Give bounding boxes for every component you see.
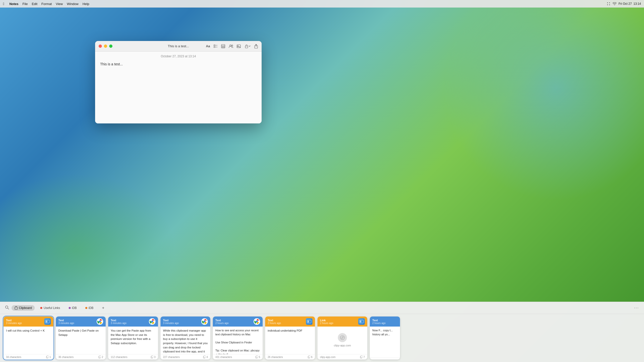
control-center-icon[interactable] xyxy=(607,2,611,6)
svg-point-14 xyxy=(232,45,233,46)
menubar-right: Fri Oct 27 13:14 xyxy=(607,2,641,6)
clip-card-1-copy-count: 1 xyxy=(49,356,51,358)
clip-card-2-meta: Text 3 minutes ago xyxy=(58,319,74,325)
tab-idb-1[interactable]: iDB xyxy=(66,305,80,311)
add-tab-icon: + xyxy=(102,306,104,310)
clip-card-6-footer: 26 characters 6 xyxy=(265,354,315,359)
tab-clipboard[interactable]: Clipboard xyxy=(12,305,35,311)
clip-card-3-meta: Text 3 minutes ago xyxy=(111,319,127,325)
share-collaborators-icon[interactable] xyxy=(229,44,233,48)
format-text-icon[interactable]: Aa xyxy=(206,44,210,48)
clipboard-cards-container: Text 3 minutes ago I will cut this using… xyxy=(0,314,644,362)
checklist-icon[interactable] xyxy=(214,44,218,48)
svg-rect-21 xyxy=(15,307,17,309)
clip-card-1-content: I will cut this using Control + K xyxy=(6,329,45,332)
window-title: This is a test... xyxy=(168,44,189,48)
lock-icon[interactable] xyxy=(245,44,251,48)
clip-card-6-copies: 6 xyxy=(308,355,312,358)
clip-card-1-time: 3 minutes ago xyxy=(6,322,22,325)
svg-point-19 xyxy=(6,306,8,308)
clip-card-4-body: While this clipboard manager app is free… xyxy=(160,327,210,354)
clip-card-4-time: 3 minutes ago xyxy=(163,322,179,325)
clip-card-7[interactable]: Link 2 hours ago clipy-app.com clipy-app… xyxy=(317,316,367,359)
svg-point-1 xyxy=(609,3,610,3)
clip-card-2-body: Download Paste | Get Paste on Setapp xyxy=(56,327,106,354)
menubar-edit[interactable]: Edit xyxy=(32,2,37,6)
clip-card-7-url: clipy-app.com xyxy=(334,344,351,348)
add-tab-button[interactable]: + xyxy=(99,305,107,311)
notes-window: This is a test... Aa xyxy=(95,41,262,123)
clip-card-7-meta: Link 2 hours ago xyxy=(320,319,333,325)
menubar-wifi xyxy=(613,2,617,5)
clip-card-4-footer: 227 characters 4 xyxy=(160,354,210,359)
copies-icon-3 xyxy=(151,355,153,358)
clip-card-4[interactable]: Text 3 minutes ago While this clipboard … xyxy=(160,316,210,359)
svg-rect-47 xyxy=(360,321,361,323)
clip-card-1-footer: 34 characters 1 xyxy=(4,354,53,359)
clip-card-2[interactable]: Text 3 minutes ago Download Paste | Get … xyxy=(56,316,106,359)
clip-card-3-body: You can get the Paste app from the Mac A… xyxy=(108,327,158,354)
apple-menu[interactable]:  xyxy=(3,2,4,6)
menubar-help[interactable]: Help xyxy=(83,2,89,6)
tab-idb-2[interactable]: iDB xyxy=(82,305,96,311)
copies-icon-2 xyxy=(98,355,101,358)
clip-card-6[interactable]: Text 2 hours ago individual-undertaking … xyxy=(265,316,315,359)
copies-icon-5 xyxy=(255,355,258,358)
clip-card-3[interactable]: Text 3 minutes ago You can get the Paste… xyxy=(108,316,158,359)
clip-card-2-copy-count: 2 xyxy=(102,356,103,358)
tab-idb1-label: iDB xyxy=(72,306,77,310)
window-minimize-button[interactable] xyxy=(104,44,107,48)
clip-card-6-app-icon xyxy=(306,318,312,325)
menubar-view[interactable]: View xyxy=(56,2,63,6)
clip-card-4-meta: Text 3 minutes ago xyxy=(163,319,179,325)
clipboard-more-button[interactable]: ··· xyxy=(634,306,639,310)
table-icon[interactable] xyxy=(221,44,225,48)
tab-useful-links[interactable]: Useful Links xyxy=(37,305,63,311)
clip-card-3-header: Text 3 minutes ago xyxy=(108,316,158,327)
svg-rect-25 xyxy=(47,356,49,358)
svg-rect-17 xyxy=(245,46,248,48)
window-content[interactable]: October 27, 2023 at 13:14 This is a test… xyxy=(95,52,262,123)
image-icon[interactable] xyxy=(237,44,241,48)
window-titlebar: This is a test... Aa xyxy=(95,41,262,52)
menubar-system-icons xyxy=(607,2,611,6)
svg-rect-43 xyxy=(308,321,309,323)
copies-icon-4 xyxy=(203,355,206,358)
svg-rect-23 xyxy=(46,321,47,323)
svg-point-3 xyxy=(609,5,610,5)
clip-card-5-chars: 431 characters xyxy=(215,356,232,358)
menubar-file[interactable]: File xyxy=(22,2,28,6)
clip-card-1-chars: 34 characters xyxy=(6,356,21,358)
clip-card-5-content: How to see and access your recent text c… xyxy=(215,329,260,354)
clip-card-5-app-icon xyxy=(254,318,260,325)
clip-card-5-header: Text 2 hours ago xyxy=(213,316,263,327)
svg-point-0 xyxy=(607,3,608,3)
note-text[interactable]: This is a test... xyxy=(100,62,257,67)
clip-card-1[interactable]: Text 3 minutes ago I will cut this using… xyxy=(4,316,53,359)
menubar-app-name[interactable]: Notes xyxy=(9,2,18,6)
clip-card-5[interactable]: Text 2 hours ago How to see and access y… xyxy=(213,316,263,359)
export-icon[interactable] xyxy=(254,44,258,49)
menubar-window[interactable]: Window xyxy=(67,2,78,6)
tab-idb2-label: iDB xyxy=(89,306,93,310)
clip-card-5-copy-count: 5 xyxy=(259,356,260,358)
clip-card-6-meta: Text 2 hours ago xyxy=(268,319,281,325)
svg-rect-50 xyxy=(361,356,363,358)
clip-card-8-time: 2 hours ago xyxy=(372,322,386,325)
clip-card-1-copies: 1 xyxy=(46,355,51,358)
clip-card-4-copy-count: 4 xyxy=(206,356,208,358)
clip-card-8[interactable]: Text 2 hours ago Now F... copy t... hist… xyxy=(370,316,400,359)
window-close-button[interactable] xyxy=(99,44,102,48)
clip-card-1-body: I will cut this using Control + K xyxy=(4,327,53,354)
window-maximize-button[interactable] xyxy=(109,44,112,48)
svg-rect-45 xyxy=(308,356,310,358)
menubar-format[interactable]: Format xyxy=(42,2,52,6)
clipboard-search-icon[interactable] xyxy=(5,305,9,310)
svg-rect-4 xyxy=(214,45,215,46)
clip-card-4-content: While this clipboard manager app is free… xyxy=(163,329,208,354)
clip-card-2-app-icon xyxy=(97,318,103,325)
clip-card-1-meta: Text 3 minutes ago xyxy=(6,319,22,325)
window-controls xyxy=(99,44,112,48)
clip-card-7-time: 2 hours ago xyxy=(320,322,333,325)
svg-point-16 xyxy=(238,45,238,46)
